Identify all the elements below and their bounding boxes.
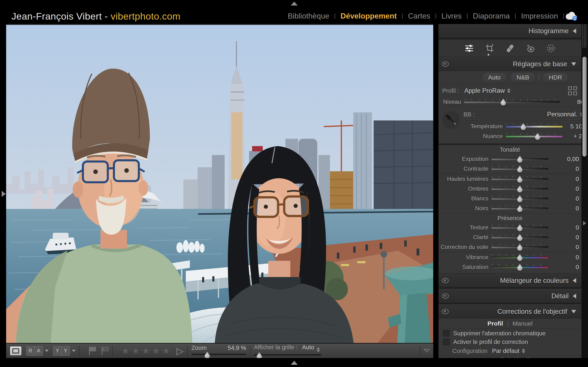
- slider-thumb[interactable]: [535, 133, 540, 140]
- wb-value[interactable]: Personnal.: [547, 111, 577, 118]
- before-after-ra-button[interactable]: RA: [26, 346, 49, 356]
- cloud-sync-icon[interactable]: [565, 11, 578, 21]
- left-panel-reveal-arrow[interactable]: [2, 191, 6, 197]
- bw-button[interactable]: N&B: [510, 72, 536, 83]
- slider-thumb[interactable]: [517, 224, 522, 231]
- edit-sliders-icon[interactable]: [465, 44, 474, 53]
- slider-track[interactable]: [491, 164, 548, 174]
- button-divider: [539, 75, 539, 81]
- flag-reject-icon[interactable]: ✕: [101, 346, 109, 355]
- identity-site-link[interactable]: vibertphoto.com: [111, 11, 181, 22]
- red-eye-icon[interactable]: [526, 44, 535, 53]
- slider-thumb[interactable]: [501, 99, 506, 106]
- module-developpement[interactable]: Développement: [341, 12, 397, 20]
- module-cartes[interactable]: Cartes: [408, 12, 430, 20]
- crop-overlay-icon[interactable]: [485, 44, 494, 53]
- module-bibliotheque[interactable]: Bibliothèque: [288, 12, 329, 20]
- panel-toggle-eye-icon[interactable]: [442, 278, 449, 283]
- panel-toggle-eye-icon[interactable]: [442, 293, 449, 299]
- slider-track[interactable]: [506, 122, 563, 131]
- basic-panel-header[interactable]: Réglages de base: [439, 57, 581, 71]
- histogram-panel-header[interactable]: Histogramme: [439, 24, 581, 38]
- slider-value[interactable]: 0: [555, 264, 579, 271]
- rating-stars[interactable]: ★★★★★: [122, 346, 172, 356]
- slider-value[interactable]: 0: [555, 234, 579, 241]
- checkbox-enable-profile-corrections[interactable]: Activer le profil de correction: [439, 338, 581, 346]
- loupe-view-icon[interactable]: [10, 346, 22, 356]
- slider-value[interactable]: 0: [555, 195, 579, 202]
- panel-toggle-eye-icon[interactable]: [442, 61, 449, 67]
- slider-track[interactable]: [491, 154, 548, 164]
- masking-icon[interactable]: [546, 44, 555, 53]
- grid-slider[interactable]: [254, 353, 321, 358]
- filmstrip-reveal-arrow[interactable]: [291, 361, 298, 365]
- slider-track[interactable]: [506, 131, 563, 141]
- slider-track[interactable]: [491, 194, 548, 203]
- zoom-slider[interactable]: [191, 352, 246, 357]
- slider-label: Saturation: [439, 264, 491, 270]
- slider-track[interactable]: [491, 174, 548, 184]
- tab-profil[interactable]: Profil: [487, 320, 503, 327]
- color-mixer-panel-header[interactable]: Mélangeur de couleurs: [439, 274, 581, 287]
- slider-track[interactable]: [491, 184, 548, 194]
- slider-track[interactable]: [491, 203, 548, 213]
- top-panel-reveal-arrow[interactable]: [291, 2, 298, 6]
- healing-brush-icon[interactable]: [505, 44, 515, 53]
- slider-track[interactable]: [464, 97, 560, 107]
- module-diaporama[interactable]: Diaporama: [473, 12, 510, 20]
- flag-pick-icon[interactable]: [89, 346, 96, 355]
- profile-value[interactable]: Apple ProRaw: [464, 87, 505, 94]
- slider-thumb[interactable]: [521, 123, 526, 130]
- slider-value[interactable]: 0,00: [555, 156, 579, 162]
- slider-value[interactable]: 0: [555, 244, 579, 250]
- slider-track[interactable]: [491, 233, 548, 242]
- slider-thumb[interactable]: [517, 205, 522, 212]
- checkbox-remove-chromatic-aberration[interactable]: Supprimer l'aberration chromatique: [439, 329, 581, 338]
- slider-thumb[interactable]: [517, 244, 522, 251]
- hdr-button[interactable]: HDR: [543, 72, 568, 83]
- slider-value[interactable]: 0: [555, 175, 579, 183]
- lens-corrections-panel-header[interactable]: Corrections de l'objectif: [439, 305, 581, 318]
- slider-value[interactable]: 0: [555, 254, 579, 261]
- slider-thumb[interactable]: [517, 166, 522, 173]
- right-panel: Histogramme: [438, 24, 581, 359]
- slider-thumb[interactable]: [517, 254, 522, 261]
- slider-value[interactable]: 0: [555, 205, 579, 212]
- photo-canvas[interactable]: [6, 25, 433, 343]
- collapse-left-icon: [573, 294, 576, 299]
- zoom-control: Zoom 54,9 %: [191, 345, 246, 357]
- slider-value[interactable]: 0: [555, 185, 579, 192]
- profile-browser-icon[interactable]: [568, 86, 577, 95]
- slider-track[interactable]: [491, 223, 548, 233]
- wb-eyedropper[interactable]: [441, 109, 462, 141]
- auto-button[interactable]: Auto: [482, 72, 507, 83]
- panel-toggle-eye-icon[interactable]: [442, 309, 449, 314]
- module-impression[interactable]: Impression: [521, 12, 558, 20]
- slider-track[interactable]: [491, 242, 548, 252]
- slider-thumb[interactable]: [517, 176, 522, 183]
- slider-thumb[interactable]: [517, 156, 522, 163]
- slider-thumb[interactable]: [517, 264, 522, 271]
- slider-track[interactable]: [491, 252, 548, 262]
- configuration-value[interactable]: Par défaut: [492, 348, 519, 354]
- tab-manuel[interactable]: Manuel: [512, 320, 532, 327]
- slider-value[interactable]: 0: [555, 224, 579, 231]
- scrollbar-thumb[interactable]: [582, 57, 587, 157]
- grid-value[interactable]: Auto: [302, 344, 314, 351]
- before-after-yy-button[interactable]: YY: [53, 346, 76, 356]
- module-livres[interactable]: Livres: [441, 12, 462, 20]
- checkbox-icon[interactable]: [443, 339, 450, 345]
- slider-thumb[interactable]: [517, 185, 522, 192]
- checkbox-icon[interactable]: [443, 330, 450, 337]
- toolbar-options-icon[interactable]: [424, 349, 430, 352]
- slider-value[interactable]: + 22: [563, 133, 581, 140]
- slider-thumb[interactable]: [517, 234, 522, 241]
- slider-value[interactable]: 5 100: [563, 123, 581, 130]
- slider-value[interactable]: 0: [555, 165, 579, 172]
- impromptu-slideshow-icon[interactable]: ▷: [176, 346, 183, 356]
- slider-value[interactable]: 80: [560, 99, 581, 105]
- slider-track[interactable]: [491, 262, 548, 272]
- detail-panel-header[interactable]: Détail: [439, 289, 581, 303]
- slider-thumb[interactable]: [517, 195, 522, 202]
- right-panel-reveal-arrow[interactable]: [583, 221, 586, 225]
